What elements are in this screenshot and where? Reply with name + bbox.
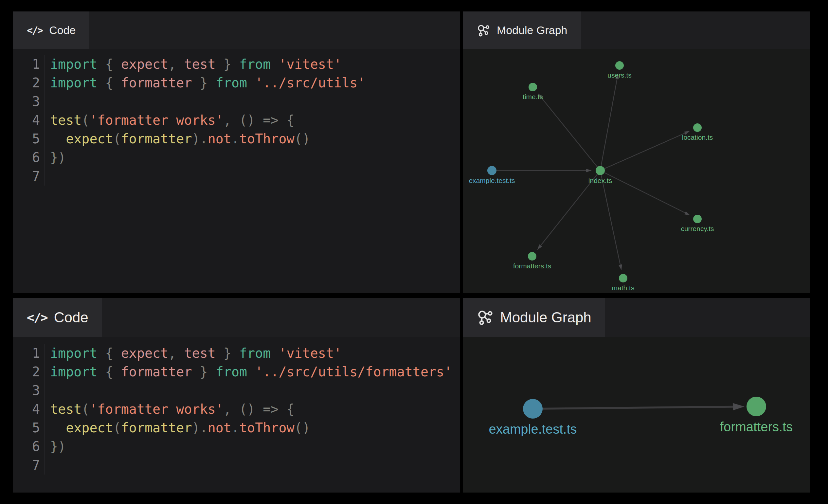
module-graph-panel-bottom: Module Graph example.test.tsformatters.t…	[463, 298, 810, 493]
graph-edge	[541, 173, 597, 246]
tab-code-label: Code	[54, 309, 88, 326]
graph-edge	[601, 79, 617, 167]
graph-edge-arrowhead	[733, 403, 745, 410]
graph-node-formatters.ts[interactable]	[528, 252, 536, 260]
code-line: import { formatter } from '../src/utils'	[50, 74, 365, 92]
line-number: 4	[13, 400, 40, 419]
code-editor-top[interactable]: 1234567import { expect, test } from 'vit…	[13, 49, 460, 185]
graph-node-label-currency.ts: currency.ts	[681, 225, 714, 233]
tab-module-graph-label: Module Graph	[497, 24, 567, 37]
tab-code-label: Code	[49, 24, 76, 37]
graph-node-label-index.ts: index.ts	[588, 177, 612, 184]
graph-edge-arrowhead	[684, 211, 690, 215]
code-tabbar-top: </> Code	[13, 11, 460, 49]
code-line: expect(formatter).not.toThrow()	[50, 419, 452, 437]
code-editor-bottom[interactable]: 1234567import { expect, test } from 'vit…	[13, 337, 460, 474]
line-number: 3	[13, 92, 40, 111]
code-line	[50, 167, 365, 185]
module-graph-svg: example.test.tsformatters.ts	[463, 337, 810, 493]
module-graph-canvas-top[interactable]: time.tsusers.tslocation.tsexample.test.t…	[463, 49, 810, 293]
line-number-gutter: 1234567	[13, 55, 45, 185]
tab-module-graph-top[interactable]: Module Graph	[463, 11, 581, 49]
app-canvas: { "colors": { "node_module": "#55a468", …	[0, 0, 828, 504]
graph-node-location.ts[interactable]	[693, 123, 702, 132]
graph-edge	[542, 407, 733, 409]
graph-node-math.ts[interactable]	[619, 274, 627, 283]
code-line	[50, 92, 365, 111]
code-line: test('formatter works', () => {	[50, 111, 365, 130]
code-lines: import { expect, test } from 'vitest'imp…	[45, 55, 365, 185]
graph-node-label-math.ts: math.ts	[612, 284, 634, 292]
tab-module-graph-label: Module Graph	[500, 309, 591, 326]
code-line: expect(formatter).not.toThrow()	[50, 130, 365, 148]
line-number: 2	[13, 74, 40, 92]
code-icon: </>	[27, 310, 47, 325]
line-number: 2	[13, 363, 40, 381]
code-line: import { expect, test } from 'vitest'	[50, 344, 452, 363]
tab-code-top[interactable]: </> Code	[13, 11, 89, 49]
graph-tabbar-top: Module Graph	[463, 11, 810, 49]
graph-node-formatters.ts[interactable]	[746, 397, 766, 416]
code-line: test('formatter works', () => {	[50, 400, 452, 419]
module-graph-svg: time.tsusers.tslocation.tsexample.test.t…	[463, 49, 810, 293]
graph-node-label-example.test.ts: example.test.ts	[489, 422, 577, 436]
graph-node-label-users.ts: users.ts	[608, 71, 632, 79]
graph-node-label-formatters.ts: formatters.ts	[720, 420, 793, 434]
code-line: })	[50, 148, 365, 167]
module-graph-icon	[477, 24, 490, 37]
graph-node-label-location.ts: location.ts	[682, 133, 713, 141]
graph-edge-arrowhead	[586, 169, 592, 172]
graph-node-currency.ts[interactable]	[693, 215, 702, 223]
module-graph-panel-top: Module Graph time.tsusers.tslocation.tse…	[463, 11, 810, 293]
code-lines: import { expect, test } from 'vitest'imp…	[45, 344, 452, 474]
code-icon: </>	[27, 25, 43, 36]
line-number-gutter: 1234567	[13, 344, 45, 474]
module-graph-icon	[477, 309, 494, 326]
graph-node-label-time.ts: time.ts	[523, 93, 543, 100]
graph-edge-arrowhead	[619, 264, 622, 270]
code-tabbar-bottom: </> Code	[13, 298, 460, 337]
code-line: import { formatter } from '../src/utils/…	[50, 363, 452, 381]
code-panel-top: </> Code 1234567import { expect, test } …	[13, 11, 460, 293]
line-number: 6	[13, 148, 40, 167]
graph-node-index.ts[interactable]	[596, 166, 605, 175]
line-number: 1	[13, 55, 40, 74]
graph-edge	[601, 174, 620, 265]
graph-edge	[604, 172, 685, 213]
line-number: 7	[13, 167, 40, 185]
code-line	[50, 456, 452, 474]
graph-node-users.ts[interactable]	[615, 61, 624, 70]
tab-code-bottom[interactable]: </> Code	[13, 298, 102, 337]
graph-node-example.test.ts[interactable]	[523, 399, 543, 419]
line-number: 1	[13, 344, 40, 363]
graph-edge	[541, 98, 597, 168]
code-panel-bottom: </> Code 1234567import { expect, test } …	[13, 298, 460, 493]
tab-module-graph-bottom[interactable]: Module Graph	[463, 298, 605, 337]
graph-node-time.ts[interactable]	[529, 83, 537, 91]
code-line	[50, 381, 452, 400]
line-number: 5	[13, 130, 40, 148]
line-number: 3	[13, 381, 40, 400]
module-graph-canvas-bottom[interactable]: example.test.tsformatters.ts	[463, 337, 810, 493]
code-line: import { expect, test } from 'vitest'	[50, 55, 365, 74]
line-number: 5	[13, 419, 40, 437]
code-line: })	[50, 437, 452, 456]
line-number: 7	[13, 456, 40, 474]
graph-node-example.test.ts[interactable]	[487, 166, 496, 175]
line-number: 4	[13, 111, 40, 130]
graph-tabbar-bottom: Module Graph	[463, 298, 810, 337]
graph-node-label-formatters.ts: formatters.ts	[513, 262, 551, 270]
line-number: 6	[13, 437, 40, 456]
graph-edge	[604, 133, 685, 169]
graph-node-label-example.test.ts: example.test.ts	[469, 177, 515, 184]
